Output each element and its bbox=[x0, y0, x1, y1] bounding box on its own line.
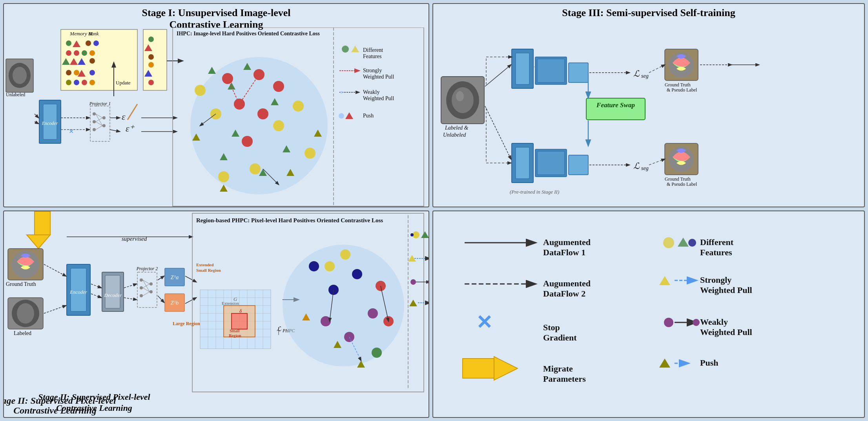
svg-point-16 bbox=[74, 70, 79, 75]
svg-point-21 bbox=[82, 80, 87, 85]
svg-text:Decoder: Decoder bbox=[104, 292, 122, 298]
svg-text:Memory Bank: Memory Bank bbox=[69, 31, 99, 37]
svg-line-198 bbox=[44, 264, 66, 276]
legend-svg: Augumented DataFlow 1 Augumented DataFlo… bbox=[433, 211, 865, 418]
svg-line-204 bbox=[158, 276, 164, 280]
svg-point-261 bbox=[410, 233, 414, 236]
svg-point-7 bbox=[66, 50, 71, 56]
svg-point-268 bbox=[410, 279, 416, 285]
svg-text:Strongly: Strongly bbox=[363, 68, 382, 73]
stage2-title: Stage II: Supervised Pixel-level Contras… bbox=[4, 392, 184, 414]
svg-line-146 bbox=[485, 106, 511, 159]
svg-text:Gradient: Gradient bbox=[543, 333, 577, 342]
legend-panel: Augumented DataFlow 1 Augumented DataFlo… bbox=[432, 210, 865, 418]
svg-point-80 bbox=[257, 108, 268, 119]
svg-line-128 bbox=[485, 65, 511, 86]
svg-text:Encoder: Encoder bbox=[69, 289, 88, 295]
svg-point-185 bbox=[140, 294, 143, 297]
svg-text:DataFlow 2: DataFlow 2 bbox=[543, 289, 585, 298]
stage3-panel: Stage III: Semi-supervised Self-training… bbox=[432, 3, 865, 207]
svg-text:Features: Features bbox=[700, 247, 732, 257]
svg-text:G: G bbox=[233, 296, 237, 302]
svg-line-200 bbox=[91, 284, 101, 288]
svg-point-270 bbox=[428, 280, 429, 284]
svg-point-45 bbox=[102, 124, 106, 127]
svg-point-6 bbox=[93, 40, 99, 46]
svg-point-174 bbox=[17, 303, 34, 324]
stage3-svg: Labeled & Unlabeled ℒ seg Ground Truth &… bbox=[433, 26, 865, 206]
svg-point-240 bbox=[309, 261, 319, 271]
svg-line-53 bbox=[128, 104, 137, 120]
svg-point-243 bbox=[321, 316, 331, 326]
svg-point-186 bbox=[150, 282, 153, 286]
svg-marker-112 bbox=[345, 112, 353, 119]
svg-text:Augumented: Augumented bbox=[543, 278, 591, 288]
svg-point-19 bbox=[66, 80, 71, 85]
svg-point-22 bbox=[89, 80, 95, 85]
svg-point-10 bbox=[89, 50, 95, 56]
svg-text:Region: Region bbox=[229, 333, 241, 338]
svg-point-108 bbox=[340, 91, 343, 93]
svg-line-203 bbox=[124, 298, 137, 300]
svg-point-304 bbox=[664, 318, 673, 327]
svg-line-60 bbox=[35, 114, 38, 118]
svg-point-252 bbox=[372, 348, 382, 358]
svg-line-58 bbox=[110, 130, 120, 132]
svg-text:& Pseudo Label: & Pseudo Label bbox=[667, 87, 697, 93]
svg-line-190 bbox=[143, 292, 150, 296]
svg-point-29 bbox=[148, 80, 154, 85]
svg-point-43 bbox=[93, 128, 96, 131]
svg-text:Features: Features bbox=[363, 53, 381, 59]
svg-rect-124 bbox=[516, 53, 529, 84]
svg-point-245 bbox=[368, 308, 378, 318]
svg-point-183 bbox=[140, 278, 143, 282]
svg-text:Z^b: Z^b bbox=[171, 300, 179, 306]
svg-line-48 bbox=[96, 126, 102, 130]
svg-point-44 bbox=[102, 116, 106, 119]
svg-text:Augumented: Augumented bbox=[543, 237, 591, 247]
svg-line-205 bbox=[158, 296, 164, 302]
stage1-panel: Stage I: Unsupervised Image-level Contra… bbox=[3, 3, 429, 207]
svg-marker-309 bbox=[659, 359, 670, 368]
svg-text:Small: Small bbox=[230, 328, 240, 333]
svg-rect-182 bbox=[137, 272, 157, 308]
svg-point-20 bbox=[74, 80, 79, 85]
svg-text:seg: seg bbox=[641, 165, 649, 171]
svg-text:IHPC: Image-level Hard Positiv: IHPC: Image-level Hard Positives Oriente… bbox=[177, 31, 320, 37]
svg-point-295 bbox=[663, 237, 674, 248]
svg-text:ε⁺: ε⁺ bbox=[126, 123, 135, 134]
svg-text:Weakly: Weakly bbox=[363, 89, 379, 95]
svg-point-18 bbox=[89, 70, 95, 75]
svg-text:Projector 2: Projector 2 bbox=[136, 266, 158, 271]
svg-point-83 bbox=[195, 85, 206, 96]
svg-marker-292 bbox=[494, 357, 518, 380]
svg-point-8 bbox=[74, 50, 79, 56]
stage2-svg: supervised Ground Truth Labeled Encoder … bbox=[4, 211, 429, 418]
svg-point-35 bbox=[13, 67, 27, 84]
svg-point-41 bbox=[93, 112, 96, 115]
svg-text:Ground Truth: Ground Truth bbox=[6, 281, 36, 287]
svg-text:δ: δ bbox=[239, 308, 242, 314]
svg-text:Feature Swap: Feature Swap bbox=[596, 101, 635, 109]
svg-point-187 bbox=[150, 290, 153, 293]
svg-text:ℒ: ℒ bbox=[277, 326, 281, 332]
svg-text:ℒ: ℒ bbox=[633, 69, 640, 79]
svg-text:Projector 1: Projector 1 bbox=[89, 101, 111, 106]
svg-text:Large Region: Large Region bbox=[173, 321, 200, 326]
svg-point-27 bbox=[148, 62, 154, 68]
svg-marker-260 bbox=[421, 231, 429, 238]
svg-text:Different: Different bbox=[700, 237, 734, 247]
svg-text:Ground Truth: Ground Truth bbox=[665, 176, 691, 182]
svg-text:Weakly: Weakly bbox=[700, 317, 728, 327]
svg-point-89 bbox=[218, 171, 229, 182]
svg-point-119 bbox=[452, 87, 474, 113]
svg-text:Extended: Extended bbox=[196, 262, 214, 267]
svg-text:DataFlow 1: DataFlow 1 bbox=[543, 247, 585, 257]
svg-text:Stop: Stop bbox=[543, 322, 560, 332]
stage3-title: Stage III: Semi-supervised Self-training bbox=[433, 4, 864, 20]
svg-point-242 bbox=[352, 269, 362, 279]
svg-point-239 bbox=[283, 245, 404, 366]
svg-rect-145 bbox=[569, 155, 588, 175]
svg-point-15 bbox=[66, 70, 71, 75]
svg-text:✕: ✕ bbox=[69, 128, 74, 135]
